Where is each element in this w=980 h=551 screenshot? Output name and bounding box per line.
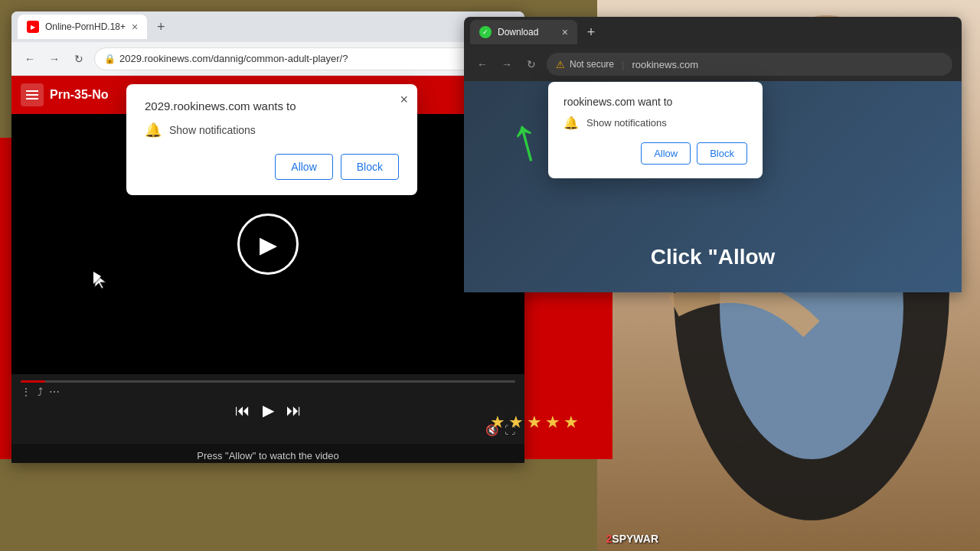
new-tab-button-2[interactable]: + — [580, 21, 602, 43]
notification-popup-2: rookinews.com want to 🔔 Show notificatio… — [548, 82, 763, 178]
address-bar-2: ← → ↻ ⚠ Not secure | rookinews.com — [464, 47, 962, 81]
press-allow-text: Press "Allow" to watch the video — [11, 444, 524, 463]
shield-green-icon: ✓ — [479, 26, 492, 38]
popup-site-text-2: rookinews.com want to — [564, 96, 747, 108]
hamburger-menu[interactable] — [21, 83, 44, 106]
block-button-1[interactable]: Block — [341, 154, 399, 180]
youtube-icon — [27, 21, 39, 33]
controls-more: ⋯ — [49, 386, 60, 398]
forward-button-2[interactable]: → — [498, 55, 516, 73]
back-button-1[interactable]: ← — [21, 50, 39, 68]
browser-window-1: Online-PornHD.18+ × + ← → ↻ 🔒 2029.rooki… — [11, 11, 524, 463]
tab-close-1[interactable]: × — [132, 21, 138, 33]
star-1: ★ — [490, 412, 505, 432]
popup-site-text-1: 2029.rookinews.com wants to — [145, 99, 399, 112]
controls-main: ⏮ ▶ ⏭ — [21, 401, 515, 419]
progress-fill — [21, 380, 45, 383]
play-button-large[interactable]: ▶ — [237, 214, 299, 275]
refresh-button-2[interactable]: ↻ — [522, 55, 541, 73]
new-tab-button-1[interactable]: + — [150, 16, 172, 37]
video-bottom-controls: 🔇 ⛶ — [21, 422, 515, 438]
back-button-2[interactable]: ← — [473, 55, 492, 73]
url-box-2[interactable]: ⚠ Not secure | rookinews.com — [547, 53, 952, 76]
video-controls: ⋮ ⤴ ⋯ ⏮ ▶ ⏭ 🔇 ⛶ — [11, 374, 524, 444]
controls-dots: ⋮ — [21, 386, 31, 398]
controls-share: ⤴ — [38, 386, 43, 398]
popup-notification-label-1: Show notifications — [169, 124, 256, 136]
allow-button-1[interactable]: Allow — [275, 154, 332, 180]
allow-button-2[interactable]: Allow — [641, 142, 691, 165]
tab-bar-1: Online-PornHD.18+ × + — [11, 11, 524, 42]
lock-icon-1: 🔒 — [104, 54, 115, 64]
tab-close-2[interactable]: × — [562, 26, 568, 38]
star-5: ★ — [564, 412, 579, 432]
tab-title-2: Download — [498, 27, 538, 37]
popup-notification-row-1: 🔔 Show notifications — [145, 122, 399, 139]
popup-notification-row-2: 🔔 Show notifications — [564, 116, 747, 130]
bell-icon-1: 🔔 — [145, 122, 162, 139]
url-text-1: 2029.rookinews.com/dannig/common-adult-p… — [119, 53, 348, 64]
star-2: ★ — [508, 412, 524, 432]
tab-bar-2: ✓ Download × + — [464, 17, 962, 47]
watermark: 2SPYWAR — [606, 533, 658, 545]
url-box-1[interactable]: 🔒 2029.rookinews.com/dannig/common-adult… — [94, 47, 515, 70]
bell-icon-2: 🔔 — [564, 116, 579, 130]
play-button-small[interactable]: ▶ — [263, 401, 274, 419]
watermark-text: SPYWAR — [612, 533, 658, 545]
tab-title-1: Online-PornHD.18+ — [45, 21, 126, 32]
star-3: ★ — [527, 412, 542, 432]
popup-buttons-1: Allow Block — [145, 154, 399, 180]
block-button-2[interactable]: Block — [697, 142, 747, 165]
warning-icon: ⚠ — [556, 59, 565, 70]
tab-active-2[interactable]: ✓ Download × — [470, 20, 577, 44]
notification-popup-1: × 2029.rookinews.com wants to 🔔 Show not… — [126, 84, 417, 195]
address-bar-1: ← → ↻ 🔒 2029.rookinews.com/dannig/common… — [11, 42, 524, 76]
skip-forward-button[interactable]: ⏭ — [286, 402, 302, 419]
url-text-2: rookinews.com — [632, 59, 698, 70]
popup-notification-label-2: Show notifications — [586, 117, 667, 129]
refresh-button-1[interactable]: ↻ — [70, 50, 88, 68]
stars-rating: ★ ★ ★ ★ ★ — [490, 412, 579, 432]
click-allow-text: Click "Allow — [651, 245, 776, 269]
star-4: ★ — [545, 412, 560, 432]
site-title: Prn-35-No — [50, 88, 108, 102]
forward-button-1[interactable]: → — [45, 50, 64, 68]
popup-buttons-2: Allow Block — [564, 142, 747, 165]
progress-bar[interactable] — [21, 380, 515, 383]
security-label: Not secure — [570, 59, 614, 70]
tab-active-1[interactable]: Online-PornHD.18+ × — [18, 15, 147, 39]
popup-close-1[interactable]: × — [400, 92, 408, 108]
skip-back-button[interactable]: ⏮ — [235, 402, 250, 419]
controls-icons-left: ⋮ ⤴ ⋯ — [21, 386, 60, 398]
controls-top: ⋮ ⤴ ⋯ — [21, 386, 515, 398]
